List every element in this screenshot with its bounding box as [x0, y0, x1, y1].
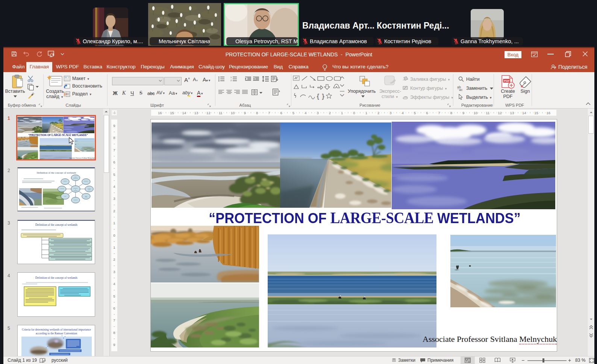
svg-text:Definition of the concept of w: Definition of the concept of wetlands [35, 223, 77, 227]
svg-text:}: } [322, 93, 324, 100]
svg-text:0: 0 [113, 233, 115, 237]
svg-text:10: 10 [231, 111, 235, 115]
svg-text:wetlands: wetlands [74, 190, 77, 191]
svg-text:9: 9 [113, 343, 115, 347]
svg-text:Lakes: Lakes [64, 196, 67, 197]
svg-text:3: 3 [317, 111, 318, 115]
svg-text:6: 6 [113, 306, 115, 310]
svg-text:8: 8 [450, 111, 452, 115]
svg-text:16: 16 [547, 111, 551, 115]
svg-text:14: 14 [522, 111, 526, 115]
svg-text:11: 11 [486, 111, 489, 115]
svg-text:Estuaries: Estuaries [84, 181, 88, 182]
svg-text:6: 6 [426, 111, 428, 115]
svg-text:2: 2 [377, 111, 379, 115]
svg-text:deltas: deltas [85, 196, 88, 198]
svg-text:Definition of the concept of w: Definition of the concept of wetlands [35, 276, 77, 279]
svg-text:5: 5 [113, 172, 115, 177]
svg-text:A: A [295, 76, 297, 80]
svg-text:ac: ac [459, 88, 463, 91]
svg-text:floodplains: floodplains [73, 178, 78, 179]
svg-text:0: 0 [353, 111, 355, 115]
svg-text:Swamps: Swamps [74, 199, 77, 201]
svg-text:3: 3 [113, 196, 115, 201]
svg-text:9: 9 [113, 124, 115, 128]
svg-text:2: 2 [329, 111, 331, 115]
svg-text:12: 12 [498, 111, 502, 115]
svg-text:11: 11 [219, 111, 223, 115]
svg-text:7: 7 [113, 148, 115, 152]
svg-text:9: 9 [244, 111, 246, 115]
svg-text:according to the Ramsar Conven: according to the Ramsar Convention [36, 332, 77, 335]
svg-text:Criteria for determining wetla: Criteria for determining wetlands of int… [22, 328, 91, 331]
svg-text:1: 1 [113, 245, 115, 249]
svg-text:8: 8 [113, 136, 115, 140]
svg-text:Definition of the concept of w: Definition of the concept of wetlands [37, 171, 76, 174]
svg-text:4: 4 [305, 111, 306, 115]
svg-text:7: 7 [113, 318, 115, 322]
svg-text:1: 1 [230, 76, 232, 79]
svg-text:8: 8 [113, 331, 115, 335]
svg-text:3: 3 [389, 111, 391, 115]
svg-text:14: 14 [182, 111, 186, 115]
svg-text:Peatlands: Peatlands [60, 188, 64, 189]
svg-text:3: 3 [113, 270, 115, 274]
svg-text:7: 7 [268, 111, 270, 115]
svg-text:1: 1 [365, 111, 367, 115]
svg-text:13: 13 [510, 111, 514, 115]
svg-text:4: 4 [113, 282, 115, 286]
svg-text:12: 12 [206, 111, 211, 115]
svg-text:15: 15 [170, 111, 174, 115]
svg-text:PDF: PDF [504, 79, 510, 83]
svg-text:areas: areas [88, 189, 91, 190]
svg-text:Marshes: Marshes [63, 181, 67, 182]
svg-text:7: 7 [438, 111, 440, 115]
svg-text:6: 6 [113, 160, 115, 164]
svg-text:15: 15 [534, 111, 538, 115]
svg-text:4: 4 [113, 184, 115, 189]
svg-text:2: 2 [230, 79, 232, 82]
svg-text:2: 2 [113, 257, 115, 261]
svg-text:5: 5 [292, 111, 294, 115]
svg-text:1: 1 [113, 221, 115, 225]
svg-text:6: 6 [280, 111, 282, 115]
svg-text:13: 13 [194, 111, 198, 115]
svg-text:5: 5 [414, 111, 416, 115]
svg-text:{: { [317, 93, 319, 100]
svg-text:8: 8 [256, 111, 258, 115]
svg-text:1: 1 [341, 111, 343, 115]
svg-text:16: 16 [158, 111, 162, 115]
svg-text:4: 4 [402, 111, 404, 115]
svg-text:10: 10 [474, 111, 478, 115]
svg-text:9: 9 [462, 111, 464, 115]
svg-text:5: 5 [113, 294, 115, 298]
svg-text:2: 2 [113, 209, 115, 213]
